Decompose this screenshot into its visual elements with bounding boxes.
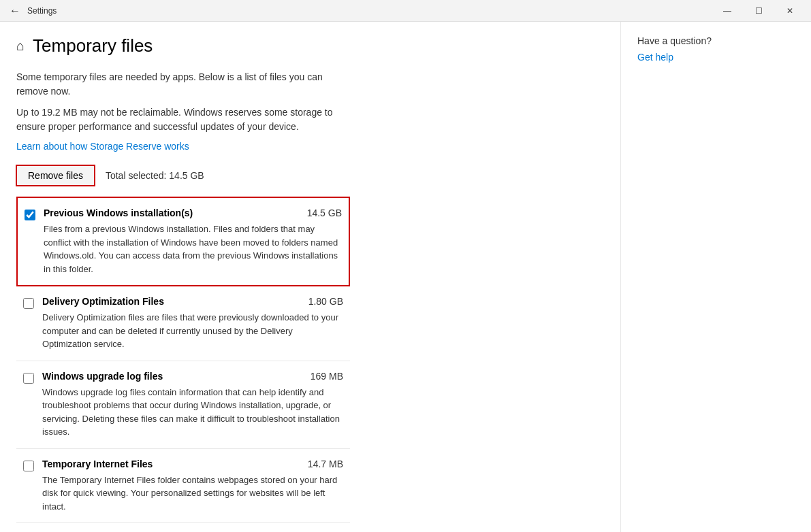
home-icon[interactable]: ⌂ <box>16 38 25 54</box>
file-item-header: Windows upgrade log files169 MB <box>42 371 343 382</box>
file-item-header: Previous Windows installation(s)14.5 GB <box>44 207 342 218</box>
sidebar: Have a question? Get help <box>620 22 811 532</box>
storage-reserve-link[interactable]: Learn about how Storage Reserve works <box>16 141 189 152</box>
file-item-checkbox-0[interactable] <box>25 210 35 220</box>
total-selected-label: Total selected: 14.5 GB <box>106 170 204 181</box>
page-title: Temporary files <box>33 35 153 56</box>
file-item-name: Previous Windows installation(s) <box>44 207 193 218</box>
file-item-size: 14.5 GB <box>307 207 342 218</box>
file-item-size: 1.80 GB <box>308 296 343 307</box>
file-list: Previous Windows installation(s)14.5 GBF… <box>16 197 350 523</box>
file-item-header: Delivery Optimization Files1.80 GB <box>42 296 343 307</box>
file-item-desc: Files from a previous Windows installati… <box>44 222 342 276</box>
back-icon: ← <box>10 5 20 17</box>
file-item-checkbox-1[interactable] <box>23 298 34 309</box>
remove-section: Remove files Total selected: 14.5 GB <box>16 165 604 186</box>
maximize-button[interactable]: ☐ <box>743 0 774 22</box>
file-item-checkbox-3[interactable] <box>23 461 34 471</box>
main-layout: ⌂ Temporary files Some temporary files a… <box>0 22 811 532</box>
file-item-name: Delivery Optimization Files <box>42 296 164 307</box>
file-item-content: Temporary Internet Files14.7 MBThe Tempo… <box>42 459 343 514</box>
file-item-content: Windows upgrade log files169 MBWindows u… <box>42 371 343 439</box>
titlebar: ← Settings — ☐ ✕ <box>0 0 811 22</box>
file-item-name: Windows upgrade log files <box>42 371 163 382</box>
file-item-size: 14.7 MB <box>308 459 343 469</box>
file-item: Windows upgrade log files169 MBWindows u… <box>16 361 350 449</box>
description-1: Some temporary files are needed by apps.… <box>16 70 343 99</box>
file-item-header: Temporary Internet Files14.7 MB <box>42 459 343 469</box>
file-item: Delivery Optimization Files1.80 GBDelive… <box>16 286 350 361</box>
back-button[interactable]: ← <box>5 1 25 20</box>
file-item-desc: Delivery Optimization files are files th… <box>42 311 343 351</box>
content-area: ⌂ Temporary files Some temporary files a… <box>0 22 620 532</box>
file-item-checkbox-2[interactable] <box>23 373 34 384</box>
page-header: ⌂ Temporary files <box>16 35 604 56</box>
titlebar-title: Settings <box>27 6 712 16</box>
file-item: Previous Windows installation(s)14.5 GBF… <box>16 197 350 286</box>
file-item: Temporary Internet Files14.7 MBThe Tempo… <box>16 449 350 524</box>
file-item-content: Delivery Optimization Files1.80 GBDelive… <box>42 296 343 351</box>
minimize-button[interactable]: — <box>712 0 743 22</box>
description-2: Up to 19.2 MB may not be reclaimable. Wi… <box>16 105 343 134</box>
remove-files-button[interactable]: Remove files <box>16 165 95 186</box>
window-controls: — ☐ ✕ <box>712 0 806 22</box>
get-help-link[interactable]: Get help <box>637 52 673 63</box>
sidebar-question: Have a question? <box>637 35 795 46</box>
file-item-size: 169 MB <box>311 371 343 382</box>
close-button[interactable]: ✕ <box>774 0 806 22</box>
file-item-content: Previous Windows installation(s)14.5 GBF… <box>44 207 342 276</box>
file-item-name: Temporary Internet Files <box>42 459 153 469</box>
file-item-desc: Windows upgrade log files contain inform… <box>42 386 343 439</box>
file-item-desc: The Temporary Internet Files folder cont… <box>42 473 343 514</box>
